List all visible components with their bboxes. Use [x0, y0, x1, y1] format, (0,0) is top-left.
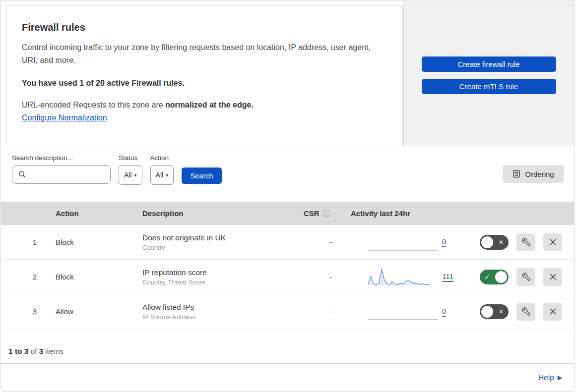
- page-title: Firewall rules: [22, 22, 383, 33]
- rule-activity-cell: 111: [343, 267, 465, 287]
- search-group: Search description...: [12, 154, 111, 184]
- status-selected-value: All: [124, 171, 132, 179]
- rule-csr: -: [294, 273, 343, 281]
- help-arrow-icon: ▶: [558, 374, 562, 381]
- ordering-list-icon: [512, 170, 520, 178]
- action-label: Action: [150, 154, 174, 162]
- info-icon[interactable]: i: [323, 210, 330, 217]
- rule-match-fields: IP Source Address: [142, 313, 294, 321]
- action-filter-group: Action All ▾: [150, 154, 174, 185]
- rule-enabled-toggle[interactable]: ✓ ✕: [480, 270, 509, 284]
- rule-enabled-toggle[interactable]: ✓ ✕: [480, 235, 509, 250]
- create-mtls-rule-button[interactable]: Create mTLS rule: [422, 79, 556, 94]
- activity-sparkline-chart: [368, 267, 430, 287]
- normalization-text: URL-encoded Requests to this zone are: [22, 101, 165, 109]
- page-header: Firewall rules Control incoming traffic …: [1, 1, 574, 146]
- rule-match-fields: Country, Threat Score: [142, 279, 294, 286]
- rule-activity-cell: 0: [343, 232, 465, 253]
- rule-priority: 2: [1, 273, 46, 281]
- csr-header-label: CSR: [304, 209, 320, 218]
- rule-controls: ✓ ✕: [465, 268, 574, 286]
- action-side-panel: Create firewall rule Create mTLS rule: [403, 1, 574, 146]
- page-description: Control incoming traffic to your zone by…: [22, 41, 379, 67]
- table-header: Action Description CSR i Activity last 2…: [1, 202, 574, 225]
- toggle-x-icon: ✕: [499, 308, 504, 315]
- chevron-down-icon: ▾: [166, 172, 168, 178]
- activity-sparkline-empty: [368, 232, 430, 253]
- rule-enabled-toggle[interactable]: ✓ ✕: [480, 304, 509, 319]
- search-field[interactable]: [12, 165, 111, 184]
- rule-activity-cell: 0: [343, 301, 465, 322]
- search-icon: [18, 170, 26, 178]
- table-row: 3 Allow Allow listed IPs IP Source Addre…: [1, 294, 574, 329]
- status-select[interactable]: All ▾: [119, 165, 142, 185]
- delete-rule-button[interactable]: [543, 303, 562, 321]
- search-label: Search description...: [12, 154, 111, 162]
- table-row: 2 Block IP reputation score Country, Thr…: [1, 260, 574, 294]
- wrench-icon: [522, 238, 530, 246]
- delete-rule-button[interactable]: [543, 233, 562, 251]
- toggle-check-icon: ✓: [484, 273, 490, 281]
- pagination-of: of: [30, 347, 37, 356]
- activity-column-header: Activity last 24hr: [343, 209, 465, 218]
- search-button[interactable]: Search: [182, 168, 222, 184]
- action-select[interactable]: All ▾: [150, 165, 174, 185]
- close-icon: [549, 308, 557, 315]
- rule-csr: -: [294, 307, 343, 316]
- activity-count-link[interactable]: 0: [442, 237, 446, 247]
- filter-bar: Search description... Status All ▾ Actio…: [1, 146, 574, 202]
- normalization-note: URL-encoded Requests to this zone are no…: [22, 101, 383, 110]
- rule-action: Allow: [46, 307, 132, 316]
- help-footer: Help ▶: [1, 364, 574, 391]
- toggle-x-icon: ✕: [499, 239, 504, 246]
- toggle-knob: [481, 236, 493, 248]
- activity-count-link[interactable]: 0: [442, 307, 446, 317]
- configure-normalization-link[interactable]: Configure Normalization: [22, 113, 107, 122]
- rule-match-fields: Country: [142, 244, 294, 251]
- toggle-knob: [495, 271, 507, 283]
- chevron-down-icon: ▾: [134, 172, 137, 178]
- edit-rule-button[interactable]: [516, 303, 535, 321]
- rule-priority: 1: [1, 238, 46, 246]
- pagination-total: 3: [39, 347, 43, 355]
- rule-description-cell: IP reputation score Country, Threat Scor…: [132, 268, 294, 286]
- rule-priority: 3: [1, 307, 46, 316]
- rule-description: Allow listed IPs: [142, 303, 294, 312]
- rule-description: Does not originate in UK: [142, 233, 294, 242]
- rule-controls: ✓ ✕: [465, 233, 574, 251]
- wrench-icon: [522, 307, 530, 316]
- rule-csr: -: [294, 238, 343, 246]
- edit-rule-button[interactable]: [516, 233, 535, 251]
- wrench-icon: [522, 273, 530, 281]
- csr-column-header: CSR i: [294, 209, 343, 218]
- activity-count-link[interactable]: 111: [442, 272, 453, 282]
- action-column-header: Action: [46, 209, 132, 218]
- action-selected-value: All: [156, 171, 164, 179]
- help-link[interactable]: Help ▶: [538, 373, 562, 382]
- create-firewall-rule-button[interactable]: Create firewall rule: [422, 56, 556, 72]
- close-icon: [549, 238, 557, 246]
- rule-action: Block: [46, 273, 132, 281]
- rule-action: Block: [46, 238, 132, 246]
- rule-description-cell: Allow listed IPs IP Source Address: [132, 303, 294, 321]
- edit-rule-button[interactable]: [516, 268, 535, 286]
- pagination-items-label: items: [45, 347, 64, 356]
- table-row: 1 Block Does not originate in UK Country…: [1, 225, 574, 260]
- ordering-button[interactable]: Ordering: [503, 165, 564, 183]
- normalization-bold: normalized at the edge.: [165, 101, 254, 109]
- status-filter-group: Status All ▾: [119, 154, 142, 185]
- toggle-knob: [481, 306, 493, 318]
- delete-rule-button[interactable]: [543, 268, 562, 286]
- pagination-range: 1 to 3: [8, 347, 28, 355]
- rule-description: IP reputation score: [142, 268, 294, 277]
- rule-controls: ✓ ✕: [465, 303, 574, 321]
- rule-description-cell: Does not originate in UK Country: [132, 233, 294, 251]
- intro-card: Firewall rules Control incoming traffic …: [6, 5, 403, 146]
- status-label: Status: [119, 154, 142, 162]
- firewall-rules-page: Firewall rules Control incoming traffic …: [0, 0, 575, 392]
- search-input[interactable]: [30, 170, 120, 178]
- description-column-header: Description: [132, 209, 294, 218]
- ordering-button-label: Ordering: [525, 170, 554, 178]
- pagination-summary: 1 to 3 of 3 items: [1, 329, 574, 364]
- help-link-label: Help: [538, 373, 554, 382]
